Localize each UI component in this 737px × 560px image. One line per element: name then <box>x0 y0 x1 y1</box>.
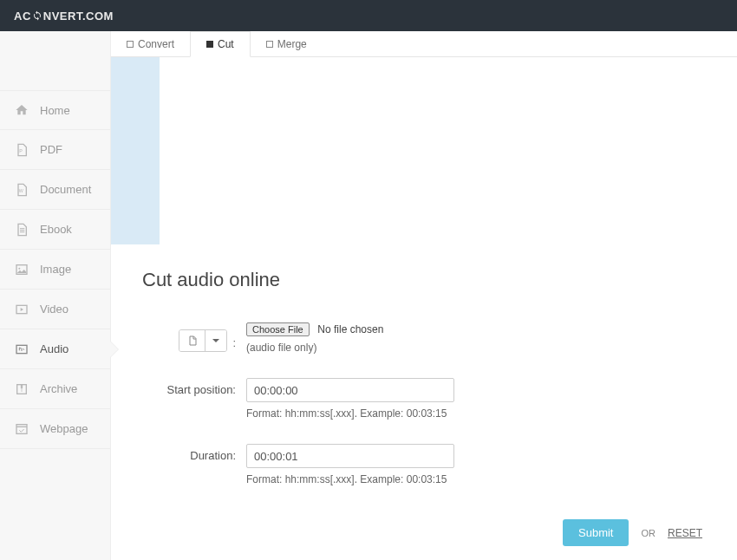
actions: Submit OR RESET <box>563 519 702 546</box>
duration-input[interactable] <box>246 444 454 468</box>
content: Cut audio online : Choose File No file c… <box>111 244 737 560</box>
sidebar-item-home[interactable]: Home <box>0 90 110 130</box>
layout: Home P PDF W Document Ebook Image Video … <box>0 31 737 560</box>
sidebar-item-label: Archive <box>40 382 77 395</box>
page-title: Cut audio online <box>142 269 706 291</box>
refresh-icon <box>32 10 42 21</box>
audio-icon <box>14 342 29 356</box>
file-hint: (audio file only) <box>246 342 610 354</box>
or-text: OR <box>641 528 655 538</box>
start-row: Start position: Format: hh:mm:ss[.xxx]. … <box>142 378 706 420</box>
source-type-group <box>179 329 227 352</box>
sidebar-item-document[interactable]: W Document <box>0 170 110 210</box>
sidebar-item-label: Webpage <box>40 422 88 435</box>
sidebar-item-label: Document <box>40 183 91 196</box>
svg-rect-7 <box>16 424 27 433</box>
archive-icon <box>14 382 29 396</box>
duration-field: Format: hh:mm:ss[.xxx]. Example: 00:03:1… <box>246 444 610 485</box>
tab-convert[interactable]: Convert <box>111 31 190 56</box>
tab-label: Cut <box>218 38 234 50</box>
image-icon <box>14 263 29 277</box>
pdf-icon: P <box>14 143 29 157</box>
sidebar-item-image[interactable]: Image <box>0 250 110 290</box>
duration-row: Duration: Format: hh:mm:ss[.xxx]. Exampl… <box>142 444 706 485</box>
main: Convert Cut Merge Cut audio online <box>111 31 737 560</box>
reset-link[interactable]: RESET <box>668 527 702 539</box>
start-field: Format: hh:mm:ss[.xxx]. Example: 00:03:1… <box>246 378 610 420</box>
square-filled-icon <box>206 41 213 48</box>
start-label: Start position: <box>142 378 246 396</box>
sidebar-item-pdf[interactable]: P PDF <box>0 130 110 170</box>
brand-pre: AC <box>14 10 31 23</box>
sidebar-item-audio[interactable]: Audio <box>0 329 110 369</box>
start-hint: Format: hh:mm:ss[.xxx]. Example: 00:03:1… <box>246 407 610 420</box>
sidebar-item-ebook[interactable]: Ebook <box>0 210 110 250</box>
sidebar-item-label: Ebook <box>40 223 72 236</box>
duration-label: Duration: <box>142 444 246 462</box>
sidebar-item-video[interactable]: Video <box>0 290 110 329</box>
sidebar-item-label: Audio <box>40 342 68 355</box>
file-label-area: : <box>142 322 246 352</box>
chevron-down-icon <box>212 339 219 342</box>
ad-placeholder <box>111 57 160 244</box>
tab-label: Merge <box>277 38 307 50</box>
tab-cut[interactable]: Cut <box>190 31 251 57</box>
tab-label: Convert <box>138 38 174 50</box>
sidebar-item-archive[interactable]: Archive <box>0 369 110 409</box>
ebook-icon <box>14 223 29 237</box>
duration-hint: Format: hh:mm:ss[.xxx]. Example: 00:03:1… <box>246 473 610 485</box>
tabs: Convert Cut Merge <box>111 31 737 57</box>
sidebar-item-label: Video <box>40 303 68 316</box>
sidebar-item-label: Home <box>40 104 70 117</box>
svg-text:W: W <box>19 188 24 193</box>
brand-post: NVERT.COM <box>43 10 114 23</box>
svg-point-3 <box>18 267 20 269</box>
sidebar-item-label: PDF <box>40 143 62 156</box>
topbar: AC NVERT.COM <box>0 0 737 31</box>
start-input[interactable] <box>246 378 454 402</box>
sidebar-item-webpage[interactable]: Webpage <box>0 409 110 449</box>
video-icon <box>14 303 29 316</box>
file-field: Choose File No file chosen (audio file o… <box>246 322 610 354</box>
file-status: No file chosen <box>317 323 383 335</box>
file-row: : Choose File No file chosen (audio file… <box>142 322 706 354</box>
sidebar: Home P PDF W Document Ebook Image Video … <box>0 31 111 560</box>
sidebar-item-label: Image <box>40 263 71 276</box>
square-icon <box>266 41 273 48</box>
square-icon <box>127 41 134 48</box>
local-file-button[interactable] <box>179 330 205 351</box>
tab-merge[interactable]: Merge <box>251 31 323 56</box>
webpage-icon <box>14 422 29 436</box>
brand-logo[interactable]: AC NVERT.COM <box>14 10 114 23</box>
svg-text:P: P <box>19 148 23 153</box>
source-dropdown-button[interactable] <box>205 330 226 351</box>
colon: : <box>232 333 236 349</box>
document-icon: W <box>14 183 29 197</box>
submit-button[interactable]: Submit <box>563 519 629 546</box>
choose-file-button[interactable]: Choose File <box>246 322 310 336</box>
home-icon <box>14 103 29 117</box>
